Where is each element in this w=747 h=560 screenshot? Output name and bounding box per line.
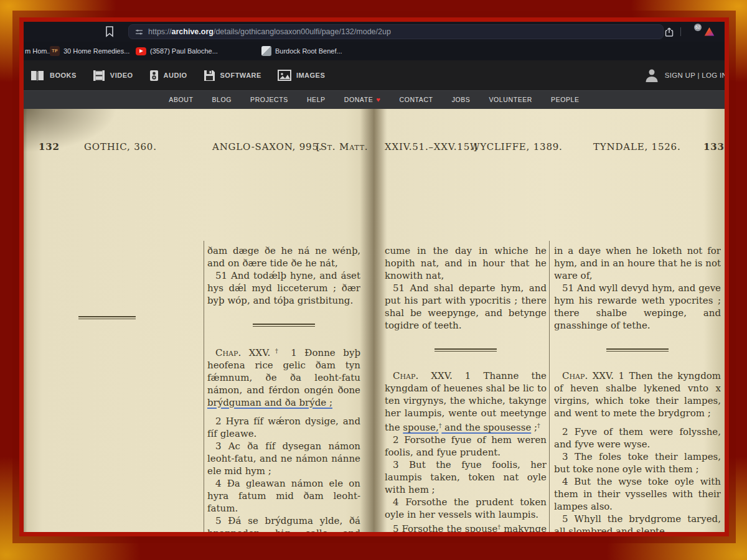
nav-blog[interactable]: BLOG: [212, 96, 232, 103]
gothic-column-header: GOTHIC, 360.: [84, 141, 157, 152]
verse-paragraph: 2 Fyve of them were folysshe, and fyve w…: [554, 426, 721, 450]
verse-paragraph: 2 Forsothe fyue of hem weren foolis, and…: [385, 434, 547, 459]
tab-audio[interactable]: AUDIO: [149, 70, 187, 82]
verse-paragraph: 51 And shal departe hym, and put his par…: [385, 282, 547, 332]
section-divider: [606, 348, 669, 352]
archive-header: BOOKS VIDEO AUDIO SOFTWARE IMAGES SIGN U…: [24, 60, 725, 90]
bookmark-item[interactable]: (3587) Paul Baloche...: [136, 42, 218, 60]
page-gutter: [360, 109, 387, 532]
nav-about[interactable]: ABOUT: [169, 96, 193, 103]
verse-paragraph: ðam dæge ðe he ná ne wénþ, and on ðære t…: [207, 245, 360, 269]
verse-paragraph: 3 The foles toke their lampes, but toke …: [554, 450, 721, 475]
tyndale-column: in a daye when he loketh not for hym, an…: [554, 245, 721, 532]
verse-paragraph: 4 But the wyse toke oyle with them in th…: [554, 475, 721, 513]
browser-toolbar: https://archive.org/details/gothicanglos…: [24, 22, 725, 42]
verse-paragraph: in a daye when he loketh not for hym, an…: [554, 245, 721, 282]
tyndale-column-header: TYNDALE, 1526.: [593, 141, 680, 152]
verse-paragraph: 3 But the fyue foolis, her laumpis taken…: [385, 459, 547, 496]
verse-paragraph: 5 Ðá se brýdguma ylde, ðá hnappedon hig …: [207, 515, 360, 532]
bookmark-item[interactable]: Burdock Root Benef...: [261, 42, 342, 60]
verse-paragraph: 51 And wyll devyd hym, and geve hym his …: [554, 282, 721, 332]
shield-badge: 62: [694, 24, 702, 31]
browser-window: https://archive.org/details/gothicanglos…: [24, 22, 725, 532]
toolbar-separator: [680, 27, 681, 36]
share-icon[interactable]: [664, 27, 674, 37]
video-icon: [93, 70, 105, 82]
page-number-left: 132: [39, 141, 60, 152]
images-icon: [278, 70, 291, 81]
verse-paragraph: Chap. XXV.† 1 Ðonne byþ heofena rice gel…: [207, 345, 360, 409]
tab-software[interactable]: SOFTWARE: [204, 70, 261, 82]
favicon-tf: TF: [50, 46, 60, 56]
url-text: https://archive.org/details/gothicanglos…: [148, 27, 391, 36]
verse-paragraph: 3 Ac ða fíf dysegan námon leoht-fatu, an…: [207, 440, 360, 477]
bookmarks-bar: m Hom... TF 30 Home Remedies... (3587) P…: [24, 42, 725, 60]
site-controls-icon[interactable]: [135, 28, 143, 36]
verse-paragraph: 4 Forsothe the prudent token oyle in her…: [385, 496, 547, 521]
heart-icon: ♥: [376, 96, 380, 103]
verse-paragraph: 5 Whyll the brydgrome taryed, all slombr…: [554, 513, 721, 532]
verse-paragraph: Chap. XXV. 1 Then the kyngdom of heven s…: [554, 370, 721, 419]
verse-paragraph: 51 And todǽlþ hyne, and áset hys dǽl myd…: [207, 269, 360, 307]
software-icon: [204, 70, 215, 82]
wycliffe-column-header: WYCLIFFE, 1389.: [470, 141, 563, 152]
site-favicon: [261, 46, 271, 56]
signup-login-link[interactable]: SIGN UP | LOG IN: [665, 72, 725, 79]
bookmark-item[interactable]: m Hom...: [25, 42, 53, 60]
matt-reference: [St. Matt.: [316, 141, 368, 152]
section-divider: [435, 348, 497, 352]
anglosaxon-column-header: ANGLO-SAXON, 995.: [212, 141, 322, 152]
address-bar[interactable]: https://archive.org/details/gothicanglos…: [128, 24, 664, 39]
verse-paragraph: 4 Ða gleawan námon ele on hyra fatum mid…: [207, 477, 360, 515]
page-number-right: 133: [703, 141, 725, 152]
account-area[interactable]: SIGN UP | LOG IN: [644, 60, 725, 90]
nav-people[interactable]: PEOPLE: [551, 96, 580, 103]
book-viewer: 132 GOTHIC, 360. ANGLO-SAXON, 995. [St. …: [24, 109, 725, 532]
verse-paragraph: cume in the day in whiche he hopith nat,…: [385, 245, 547, 282]
nav-contact[interactable]: CONTACT: [399, 96, 433, 103]
tab-images[interactable]: IMAGES: [278, 70, 325, 81]
column-rule: [549, 241, 550, 532]
nav-projects[interactable]: PROJECTS: [250, 96, 288, 103]
brave-shield-icon[interactable]: 62: [687, 26, 698, 37]
bookmark-item[interactable]: TF 30 Home Remedies...: [50, 42, 129, 60]
nav-jobs[interactable]: JOBS: [452, 96, 471, 103]
section-divider: [253, 324, 315, 327]
column-rule: [204, 241, 204, 532]
nav-volunteer[interactable]: VOLUNTEER: [489, 96, 532, 103]
youtube-favicon: [136, 47, 146, 55]
verse-paragraph: 5 Forsothe the spouse† makynge dwellynge…: [385, 521, 547, 532]
nav-help[interactable]: HELP: [307, 96, 326, 103]
bookmark-icon[interactable]: [105, 26, 115, 37]
verse-reference: XXIV.51.–XXV.15.]: [385, 141, 477, 152]
person-icon: [644, 67, 660, 83]
extension-triangle-icon[interactable]: [704, 27, 715, 37]
tab-books[interactable]: BOOKS: [30, 70, 77, 82]
anglosaxon-column: ðam dæge ðe he ná ne wénþ, and on ðære t…: [207, 245, 360, 532]
archive-nav: ABOUT BLOG PROJECTS HELP DONATE♥ CONTACT…: [24, 90, 725, 109]
audio-icon: [149, 70, 159, 82]
wycliffe-column: cume in the day in whiche he hopith nat,…: [385, 245, 547, 532]
verse-paragraph: Chap. XXV. 1 Thanne the kyngdam of heuen…: [385, 370, 547, 434]
nav-donate[interactable]: DONATE♥: [344, 96, 381, 103]
books-icon: [30, 70, 45, 82]
verse-paragraph: 2 Hyra fíf wǽron dysige, and fíf gleawe.: [207, 415, 360, 440]
section-divider: [78, 316, 136, 319]
tab-video[interactable]: VIDEO: [93, 70, 133, 82]
